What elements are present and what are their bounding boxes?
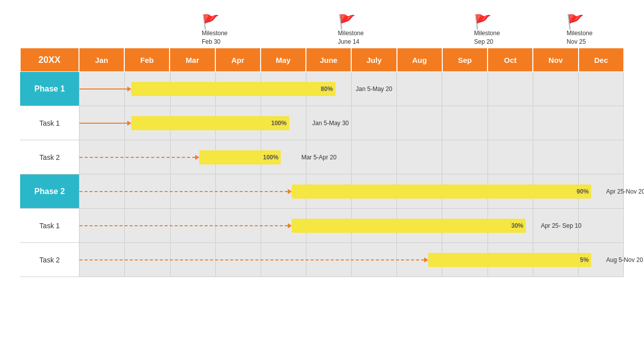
grid-cell bbox=[171, 72, 216, 106]
grid-task2-p2: 5%Aug 5-Nov 20 bbox=[79, 243, 624, 277]
grid-cell bbox=[261, 209, 306, 242]
grid-cell bbox=[488, 174, 533, 208]
milestones-row: 🚩 MilestoneFeb 30 🚩 MilestoneJune 14 🚩 M… bbox=[20, 15, 624, 48]
grid-cell bbox=[171, 209, 216, 242]
grid-cell bbox=[533, 72, 579, 106]
label-task2-p2: Task 2 bbox=[20, 243, 79, 277]
milestone-m2: 🚩 MilestoneJune 14 bbox=[338, 15, 364, 46]
grid-cell bbox=[306, 243, 352, 277]
grid-cell bbox=[125, 209, 170, 242]
grid-cell bbox=[397, 243, 442, 277]
data-rows: Phase 180%Jan 5-May 20Task 1100%Jan 5-Ma… bbox=[20, 72, 624, 277]
grid-cell bbox=[125, 72, 170, 106]
label-phase2: Phase 2 bbox=[20, 174, 79, 208]
grid-cell bbox=[442, 140, 488, 174]
milestone-label: MilestoneSep 20 bbox=[474, 29, 500, 46]
grid-cell bbox=[171, 140, 216, 174]
grid-cell bbox=[397, 140, 442, 174]
grid-cell bbox=[79, 140, 125, 174]
header-month-mar: Mar bbox=[170, 48, 215, 72]
row-phase2: Phase 290%Apr 25-Nov 20 bbox=[20, 174, 624, 209]
grid-cell bbox=[442, 72, 488, 106]
grid-cell bbox=[442, 174, 488, 208]
grid-cell bbox=[306, 174, 352, 208]
milestone-label: MilestoneFeb 30 bbox=[202, 29, 227, 46]
milestone-m3: 🚩 MilestoneSep 20 bbox=[474, 15, 500, 46]
label-task1-p1: Task 1 bbox=[20, 106, 79, 140]
grid-cell bbox=[306, 106, 352, 140]
row-phase1: Phase 180%Jan 5-May 20 bbox=[20, 72, 624, 106]
grid-cell bbox=[533, 209, 579, 242]
milestone-m4: 🚩 MilestoneNov 25 bbox=[567, 15, 592, 46]
grid-cell bbox=[352, 140, 397, 174]
grid-cell bbox=[306, 140, 352, 174]
grid-cell bbox=[171, 106, 216, 140]
grid-cell bbox=[171, 174, 216, 208]
header-month-oct: Oct bbox=[488, 48, 533, 72]
grid-cell bbox=[579, 106, 624, 140]
label-phase1: Phase 1 bbox=[20, 72, 79, 106]
grid-cell bbox=[306, 72, 352, 106]
flag-icon: 🚩 bbox=[338, 15, 356, 29]
header-month-may: May bbox=[261, 48, 306, 72]
grid-cell bbox=[397, 72, 442, 106]
grid-cell bbox=[125, 140, 170, 174]
grid-cell bbox=[216, 243, 261, 277]
milestone-m1: 🚩 MilestoneFeb 30 bbox=[202, 15, 227, 46]
header-month-jan: Jan bbox=[79, 48, 124, 72]
grid-cell bbox=[488, 140, 533, 174]
label-task1-p2: Task 1 bbox=[20, 209, 79, 242]
flag-icon: 🚩 bbox=[202, 15, 219, 29]
row-task2-p2: Task 25%Aug 5-Nov 20 bbox=[20, 243, 624, 277]
grid-cell bbox=[79, 174, 125, 208]
flag-icon: 🚩 bbox=[567, 15, 584, 29]
grid-cell bbox=[442, 209, 488, 242]
grid-cell bbox=[488, 72, 533, 106]
grid-cell bbox=[533, 106, 579, 140]
header-year: 20XX bbox=[20, 48, 79, 72]
grid-cell bbox=[397, 209, 442, 242]
grid-cell bbox=[125, 243, 170, 277]
header-month-sep: Sep bbox=[442, 48, 488, 72]
grid-cell bbox=[261, 243, 306, 277]
grid-cell bbox=[579, 209, 624, 242]
timeline-wrapper: 🚩 MilestoneFeb 30 🚩 MilestoneJune 14 🚩 M… bbox=[20, 15, 624, 277]
grid-cell bbox=[579, 72, 624, 106]
grid-cell bbox=[79, 209, 125, 242]
grid-cell bbox=[79, 72, 125, 106]
header-month-aug: Aug bbox=[397, 48, 442, 72]
flag-icon: 🚩 bbox=[474, 15, 492, 29]
grid-cell bbox=[79, 106, 125, 140]
grid-cell bbox=[261, 72, 306, 106]
header-month-nov: Nov bbox=[533, 48, 578, 72]
grid-cell bbox=[442, 243, 488, 277]
header-month-feb: Feb bbox=[124, 48, 170, 72]
grid-cell bbox=[261, 174, 306, 208]
grid-cell bbox=[488, 209, 533, 242]
grid-cell bbox=[352, 106, 397, 140]
grid-task2-p1: 100%Mar 5-Apr 20 bbox=[79, 140, 624, 174]
grid-cell bbox=[488, 243, 533, 277]
grid-cell bbox=[261, 106, 306, 140]
grid-cell bbox=[397, 174, 442, 208]
grid-cell bbox=[352, 243, 397, 277]
label-task2-p1: Task 2 bbox=[20, 140, 79, 174]
grid-cell bbox=[79, 243, 125, 277]
grid-cell bbox=[306, 209, 352, 242]
header-month-dec: Dec bbox=[579, 48, 624, 72]
grid-cell bbox=[533, 140, 579, 174]
grid-cell bbox=[397, 106, 442, 140]
grid-cell bbox=[579, 174, 624, 208]
grid-cell bbox=[216, 140, 261, 174]
grid-task1-p2: 30%Apr 25- Sep 10 bbox=[79, 209, 624, 242]
grid-cell bbox=[352, 209, 397, 242]
grid-cell bbox=[261, 140, 306, 174]
grid-phase1: 80%Jan 5-May 20 bbox=[79, 72, 624, 106]
header-month-july: July bbox=[351, 48, 396, 72]
row-task1-p1: Task 1100%Jan 5-May 30 bbox=[20, 106, 624, 140]
grid-cell bbox=[216, 72, 261, 106]
header-row: 20XXJanFebMarAprMayJuneJulyAugSepOctNovD… bbox=[20, 48, 624, 72]
row-task2-p1: Task 2100%Mar 5-Apr 20 bbox=[20, 140, 624, 174]
grid-task1-p1: 100%Jan 5-May 30 bbox=[79, 106, 624, 140]
grid-cell bbox=[216, 106, 261, 140]
